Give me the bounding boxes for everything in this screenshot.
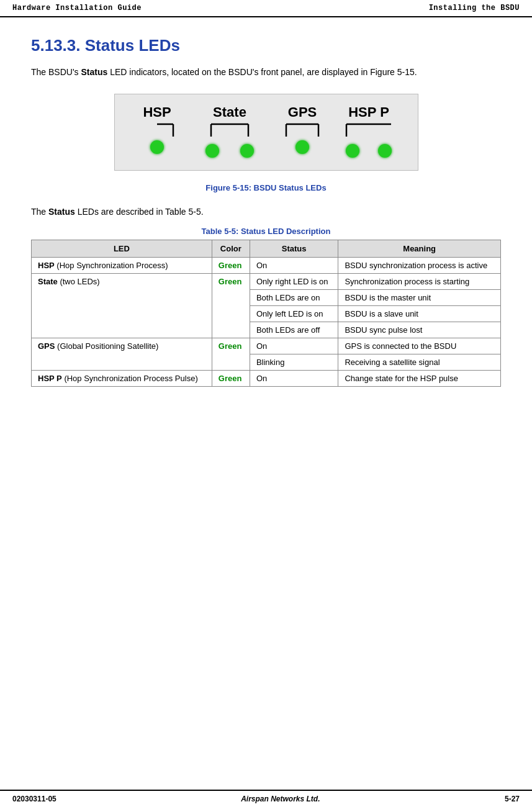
col-meaning: Meaning (338, 240, 501, 257)
table-row: HSP P (Hop Synchronization Process Pulse… (32, 370, 501, 386)
led-meaning-gps-1: GPS is connected to the BSDU (338, 338, 501, 354)
led-color-hsp: Green (212, 257, 250, 273)
header-right: Installing the BSDU (429, 4, 520, 12)
figure-caption: Figure 5-15: BSDU Status LEDs (31, 183, 501, 192)
table-intro: The Status LEDs are described in Table 5… (31, 205, 501, 219)
hspp-group (341, 123, 397, 158)
led-color-state: Green (212, 273, 250, 338)
led-table: LED Color Status Meaning HSP (Hop Synchr… (31, 240, 501, 387)
col-color: Color (212, 240, 250, 257)
gps-label: GPS (288, 104, 317, 120)
hsp-led (150, 140, 164, 154)
led-status-state-4: Both LEDs are off (250, 322, 338, 338)
led-meaning-gps-2: Receiving a satellite signal (338, 354, 501, 370)
led-name-hspp: HSP P (Hop Synchronization Process Pulse… (32, 370, 212, 386)
section-title: 5.13.3. Status LEDs (31, 36, 501, 55)
state-led-right (240, 144, 254, 158)
led-name-gps: GPS (Global Positioning Satellite) (32, 338, 212, 370)
led-meaning-state-2: BSDU is the master unit (338, 289, 501, 305)
led-meaning-hsp: BSDU synchronization process is active (338, 257, 501, 273)
table-row: GPS (Global Positioning Satellite) Green… (32, 338, 501, 354)
table-caption: Table 5-5: Status LED Description (31, 227, 501, 236)
state-label: State (213, 104, 246, 120)
table-row: State (two LEDs) Green Only right LED is… (32, 273, 501, 289)
intro-paragraph: The BSDU's Status LED indicators, locate… (31, 65, 501, 79)
hspp-led-right (378, 144, 392, 158)
table-row: HSP (Hop Synchronization Process) Green … (32, 257, 501, 273)
led-status-state-1: Only right LED is on (250, 273, 338, 289)
led-diagram-container: HSP State GPS HSP P (31, 94, 501, 177)
state-group (196, 123, 264, 158)
hspp-label: HSP P (348, 104, 389, 120)
led-color-hspp: Green (212, 370, 250, 386)
led-status-state-2: Both LEDs are on (250, 289, 338, 305)
led-status-gps-1: On (250, 338, 338, 354)
led-status-hsp: On (250, 257, 338, 273)
led-meaning-hspp: Change state for the HSP pulse (338, 370, 501, 386)
led-meaning-state-1: Synchronization process is starting (338, 273, 501, 289)
gps-led (295, 140, 309, 154)
led-status-hspp: On (250, 370, 338, 386)
hspp-led-left (346, 144, 359, 158)
footer-doc-number: 02030311-05 (12, 795, 56, 803)
led-status-gps-2: Blinking (250, 354, 338, 370)
led-name-hsp: HSP (Hop Synchronization Process) (32, 257, 212, 273)
col-led: LED (32, 240, 212, 257)
led-diagram: HSP State GPS HSP P (114, 94, 418, 171)
footer-company: Airspan Networks Ltd. (241, 795, 320, 803)
led-meaning-state-3: BSDU is a slave unit (338, 305, 501, 322)
state-led-left (205, 144, 219, 158)
gps-group (281, 123, 324, 154)
footer-page-number: 5-27 (505, 795, 520, 803)
hsp-group (135, 123, 179, 154)
col-status: Status (250, 240, 338, 257)
led-color-gps: Green (212, 338, 250, 370)
footer: 02030311-05 Airspan Networks Ltd. 5-27 (0, 790, 532, 807)
header-left: Hardware Installation Guide (12, 4, 142, 12)
led-name-state: State (two LEDs) (32, 273, 212, 338)
led-meaning-state-4: BSDU sync pulse lost (338, 322, 501, 338)
hsp-label: HSP (143, 104, 171, 120)
led-status-state-3: Only left LED is on (250, 305, 338, 322)
